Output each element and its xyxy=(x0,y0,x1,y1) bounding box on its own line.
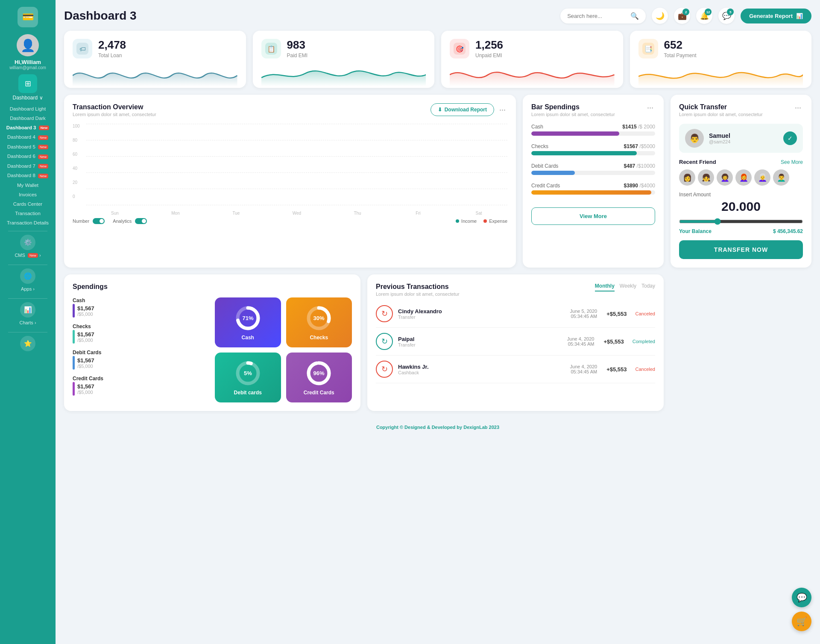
tx-status-3: Canceled xyxy=(636,367,655,372)
sidebar-item-dashboard-dark[interactable]: Dashboard Dark xyxy=(3,114,52,123)
transaction-more-button[interactable]: ··· xyxy=(498,105,507,114)
footer-year: 2023 xyxy=(488,425,500,430)
page-title: Dashboard 3 xyxy=(64,9,137,23)
svg-text:📋: 📋 xyxy=(267,45,275,53)
sidebar-charts-icon[interactable]: 📊 xyxy=(20,302,35,318)
main-content: Dashboard 3 🔍 🌙 💼 2 🔔 12 💬 5 Gen xyxy=(56,0,820,644)
unpaid-emi-value: 1,256 xyxy=(475,38,503,52)
sidebar-logo: 💳 xyxy=(18,7,38,27)
bell-btn[interactable]: 🔔 12 xyxy=(696,8,712,24)
spendings-cash-row: Cash $1,567 /$5,000 xyxy=(73,297,210,318)
see-more-link[interactable]: See More xyxy=(781,159,803,165)
spending-credit: Credit Cards $3890 /$4000 xyxy=(531,183,655,195)
transfer-amount: 20.000 xyxy=(679,199,803,214)
spendings-checks-indicator xyxy=(73,330,75,344)
stat-card-total-payment: 📑 652 Total Payment xyxy=(630,31,812,88)
search-icon: 🔍 xyxy=(630,12,639,20)
sidebar-item-cards-center[interactable]: Cards Center xyxy=(3,199,52,209)
spending-checks-bar xyxy=(531,151,637,155)
tab-weekly[interactable]: Weekly xyxy=(620,283,636,291)
tab-today[interactable]: Today xyxy=(641,283,655,291)
wallet-btn[interactable]: 💼 2 xyxy=(674,8,690,24)
bar-chart: 100 80 60 40 20 0 xyxy=(73,124,507,209)
friend-avatar-4[interactable]: 👩‍🦰 xyxy=(735,169,752,186)
donut-cash-label: Cash xyxy=(242,335,254,341)
svg-text:30%: 30% xyxy=(313,315,325,321)
friend-avatar-2[interactable]: 👧 xyxy=(698,169,714,186)
bar-x-labels: Sun Mon Tue Wed Thu Fri Sat xyxy=(73,211,507,216)
sidebar-divider-4 xyxy=(8,332,47,332)
fab-chat[interactable]: 💬 xyxy=(792,588,811,607)
tx-row-1: ↻ Cindy Alexandro Transfer June 5, 2020 … xyxy=(376,300,655,328)
sidebar-apps-icon[interactable]: 🌐 xyxy=(20,268,35,284)
sidebar-apps-label[interactable]: Apps › xyxy=(21,286,35,291)
sidebar: 💳 👤 Hi,William william@gmail.com ⊞ Dashb… xyxy=(0,0,56,644)
tx-name-1: Cindy Alexandro xyxy=(398,308,442,315)
sidebar-item-transaction-details[interactable]: Transaction Details xyxy=(3,218,52,227)
sidebar-item-dashboard-8[interactable]: Dashboard 8 New xyxy=(3,171,52,180)
number-toggle[interactable] xyxy=(93,218,105,224)
dashboard4-badge: New xyxy=(38,135,48,140)
generate-report-button[interactable]: Generate Report 📊 xyxy=(741,9,811,23)
tx-status-1: Canceled xyxy=(636,311,655,316)
donut-cash-svg: 71% xyxy=(234,304,262,332)
total-payment-value: 652 xyxy=(664,38,697,52)
insert-amount-label: Insert Amount xyxy=(679,192,803,198)
donut-debit-svg: 5% xyxy=(234,359,262,387)
generate-label: Generate Report xyxy=(749,13,793,19)
sidebar-item-dashboard-7[interactable]: Dashboard 7 New xyxy=(3,161,52,171)
selected-person-name: Samuel xyxy=(709,132,730,139)
sidebar-item-transaction[interactable]: Transaction xyxy=(3,209,52,218)
quick-transfer-more-button[interactable]: ··· xyxy=(793,103,803,112)
sidebar-item-dashboard-6[interactable]: Dashboard 6 New xyxy=(3,152,52,161)
legend-income: Income xyxy=(456,219,477,224)
recent-friend-label: Recent Friend xyxy=(679,159,716,165)
view-more-button[interactable]: View More xyxy=(531,207,655,225)
tab-monthly[interactable]: Monthly xyxy=(595,283,615,291)
bar-spendings-more-button[interactable]: ··· xyxy=(645,103,655,112)
tx-status-2: Completed xyxy=(633,339,655,344)
sidebar-star-icon[interactable]: ⭐ xyxy=(20,336,35,351)
moon-btn[interactable]: 🌙 xyxy=(652,8,668,24)
sidebar-item-dashboard-light[interactable]: Dashboard Light xyxy=(3,104,52,114)
sidebar-cms-label[interactable]: CMS New › xyxy=(15,253,41,258)
chat-btn[interactable]: 💬 5 xyxy=(718,8,735,24)
dashboard8-badge: New xyxy=(38,174,48,178)
svg-text:71%: 71% xyxy=(242,315,253,321)
quick-transfer-title: Quick Transfer xyxy=(679,103,763,111)
friend-avatar-1[interactable]: 👩 xyxy=(679,169,695,186)
sidebar-item-my-wallet[interactable]: My Wallet xyxy=(3,181,52,190)
sidebar-cms-icon[interactable]: ⚙️ xyxy=(20,235,35,250)
friend-avatar-3[interactable]: 👩‍🦱 xyxy=(717,169,733,186)
donut-grid: 71% Cash 30% Checks xyxy=(215,297,352,402)
analytics-toggle[interactable] xyxy=(135,218,147,224)
svg-text:📑: 📑 xyxy=(644,45,652,53)
amount-slider[interactable] xyxy=(679,218,803,225)
dashboard3-badge: New xyxy=(39,125,49,130)
transfer-now-button[interactable]: TRANSFER NOW xyxy=(679,240,803,259)
sidebar-charts-label[interactable]: Charts › xyxy=(19,320,36,325)
search-input[interactable] xyxy=(567,13,627,19)
dashboard7-badge: New xyxy=(38,164,48,169)
total-loan-label: Total Loan xyxy=(98,52,126,58)
cms-badge: New xyxy=(28,253,38,258)
tx-date-1: June 5, 2020 05:34:45 AM xyxy=(570,309,597,319)
sidebar-item-dashboard-3[interactable]: Dashboard 3 New xyxy=(3,123,52,132)
person-select-check[interactable]: ✓ xyxy=(783,131,797,145)
sidebar-dashboard-label[interactable]: Dashboard ∨ xyxy=(12,95,43,101)
fab-cart[interactable]: 🛒 xyxy=(792,612,811,631)
legend-income-label: Income xyxy=(461,219,477,224)
sidebar-item-dashboard-5[interactable]: Dashboard 5 New xyxy=(3,142,52,152)
tx-type-1: Transfer xyxy=(398,315,442,320)
sidebar-dashboard-icon[interactable]: ⊞ xyxy=(18,74,37,93)
spendings-credit-row: Credit Cards $1,567 /$5,000 xyxy=(73,376,210,396)
sidebar-item-invoices[interactable]: Invoices xyxy=(3,190,52,199)
friend-avatar-6[interactable]: 👨‍🦱 xyxy=(773,169,789,186)
friend-avatar-5[interactable]: 👩‍🦳 xyxy=(754,169,770,186)
download-report-button[interactable]: ⬇ Download Report xyxy=(430,103,494,116)
spendings-debit-indicator xyxy=(73,356,75,370)
donut-cash: 71% Cash xyxy=(215,297,281,347)
unpaid-emi-icon: 🎯 xyxy=(450,39,469,58)
balance-value: $ 456,345.62 xyxy=(773,228,803,234)
sidebar-item-dashboard-4[interactable]: Dashboard 4 New xyxy=(3,132,52,142)
